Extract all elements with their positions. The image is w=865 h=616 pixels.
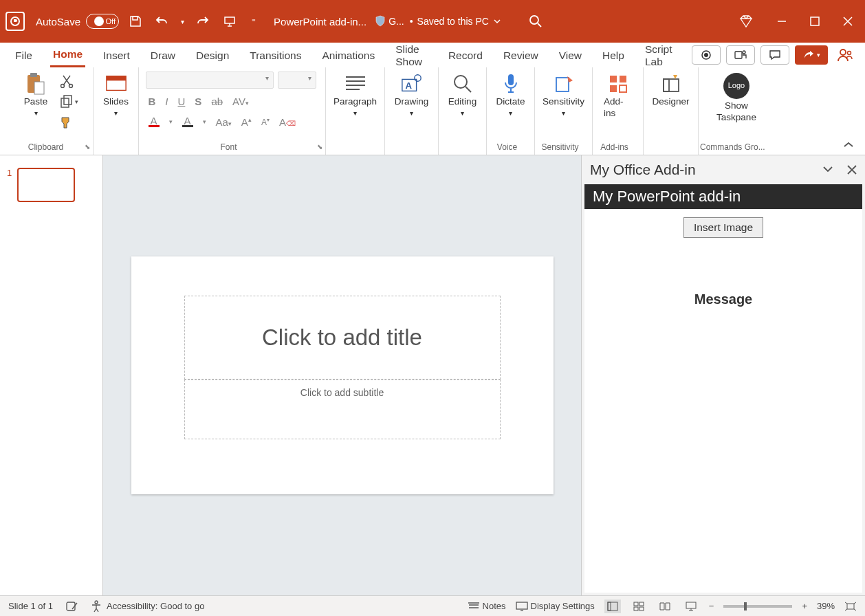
close-button[interactable]	[843, 16, 853, 26]
teams-button[interactable]	[726, 45, 755, 65]
tab-slideshow[interactable]: Slide Show	[393, 43, 430, 67]
maximize-button[interactable]	[810, 16, 820, 26]
cut-icon[interactable]	[60, 74, 78, 88]
tab-scriptlab[interactable]: Script Lab	[642, 43, 677, 67]
share-button[interactable]: ▾	[795, 45, 828, 65]
shield-icon	[375, 15, 386, 28]
normal-view-button[interactable]	[604, 600, 621, 613]
minimize-button[interactable]	[777, 16, 787, 26]
clear-formatting-button[interactable]: A⌫	[279, 116, 296, 128]
zoom-slider[interactable]	[723, 605, 792, 608]
tab-design[interactable]: Design	[193, 43, 232, 67]
change-case-button[interactable]: Aa▾	[216, 116, 232, 128]
notes-button[interactable]: Notes	[468, 601, 506, 611]
autosave-toggle[interactable]: AutoSave Off	[36, 14, 119, 29]
character-spacing-button[interactable]: AV▾	[232, 96, 249, 107]
fit-to-window-button[interactable]	[844, 602, 857, 611]
tab-draw[interactable]: Draw	[148, 43, 178, 67]
save-status[interactable]: • Saved to this PC	[410, 16, 501, 27]
sensitivity-button[interactable]: Sensitivity ▾	[538, 72, 589, 119]
qat-more-icon[interactable]: ⁼	[252, 17, 256, 26]
underline-button[interactable]: U	[178, 96, 186, 107]
grow-font-button[interactable]: A▴	[241, 116, 252, 128]
svg-rect-40	[639, 607, 644, 610]
addin-taskpane: My Office Add-in My PowerPoint add-in In…	[581, 155, 865, 595]
tab-view[interactable]: View	[556, 43, 584, 67]
save-icon[interactable]	[129, 14, 142, 28]
svg-text:A: A	[405, 80, 412, 91]
tab-review[interactable]: Review	[501, 43, 541, 67]
paragraph-button[interactable]: Paragraph ▾	[329, 72, 381, 119]
spell-check-icon[interactable]	[65, 601, 78, 612]
slide-thumbnail-1[interactable]	[17, 168, 75, 202]
clipboard-launcher-icon[interactable]: ⬊	[85, 143, 90, 151]
slide-sorter-view-button[interactable]	[631, 600, 647, 613]
present-icon[interactable]	[223, 14, 237, 28]
undo-icon[interactable]	[155, 14, 168, 28]
zoom-out-button[interactable]: −	[709, 601, 714, 611]
slide-canvas[interactable]: Click to add title Click to add subtitle	[131, 256, 554, 494]
zoom-level[interactable]: 39%	[817, 601, 835, 611]
reading-view-button[interactable]	[657, 600, 673, 613]
copy-icon[interactable]: ▾	[60, 95, 78, 109]
slides-button[interactable]: Slides ▾	[99, 72, 133, 119]
tab-file[interactable]: File	[12, 43, 35, 67]
search-icon[interactable]	[529, 14, 543, 28]
sensitivity-indicator[interactable]: G...	[375, 15, 404, 28]
tab-help[interactable]: Help	[600, 43, 627, 67]
editing-button[interactable]: Editing ▾	[444, 72, 481, 119]
slideshow-view-button[interactable]	[683, 600, 699, 613]
undo-dropdown-icon[interactable]: ▾	[181, 18, 184, 25]
addins-label: Add-ins	[604, 96, 632, 120]
slide-counter[interactable]: Slide 1 of 1	[8, 601, 53, 611]
title-placeholder[interactable]: Click to add title	[184, 296, 501, 380]
autosave-label: AutoSave	[36, 16, 80, 28]
comments-button[interactable]	[760, 45, 789, 65]
voice-group-label: Voice	[487, 142, 527, 152]
svg-rect-1	[133, 16, 138, 20]
drawing-button[interactable]: A Drawing ▾	[391, 72, 433, 119]
account-icon[interactable]	[837, 47, 853, 63]
paragraph-icon	[344, 73, 366, 95]
camera-button[interactable]	[692, 45, 721, 65]
format-painter-icon[interactable]	[60, 116, 78, 129]
highlight-button[interactable]: A	[182, 117, 193, 127]
diamond-icon[interactable]	[738, 14, 754, 29]
designer-button[interactable]: Designer	[648, 72, 693, 109]
svg-point-23	[455, 76, 467, 88]
tab-insert[interactable]: Insert	[100, 43, 133, 67]
slide-area[interactable]: Click to add title Click to add subtitle	[103, 155, 581, 595]
tab-transitions[interactable]: Transitions	[247, 43, 304, 67]
font-name-combo[interactable]: ▾	[146, 72, 274, 89]
font-launcher-icon[interactable]: ⬊	[317, 143, 322, 151]
taskpane-close-icon[interactable]	[847, 165, 857, 175]
subtitle-placeholder[interactable]: Click to add subtitle	[184, 380, 501, 439]
insert-image-button[interactable]: Insert Image	[683, 217, 763, 238]
tab-animations[interactable]: Animations	[319, 43, 377, 67]
bold-button[interactable]: B	[149, 96, 156, 107]
svg-rect-37	[634, 602, 638, 606]
font-size-combo[interactable]: ▾	[278, 72, 316, 89]
commands-group-label: Commands Gro...	[699, 142, 767, 152]
document-title[interactable]: PowerPoint add-in...	[274, 16, 366, 28]
redo-icon[interactable]	[197, 14, 210, 28]
show-taskpane-button[interactable]: Logo Show Taskpane	[712, 72, 760, 125]
shrink-font-button[interactable]: A▾	[261, 117, 270, 127]
taskpane-chevron-icon[interactable]	[822, 165, 833, 175]
thumbnail-pane[interactable]: 1	[0, 155, 103, 595]
designer-label: Designer	[652, 96, 689, 108]
display-settings-button[interactable]: Display Settings	[516, 601, 595, 611]
paste-button[interactable]: Paste ▾	[20, 72, 52, 119]
tab-record[interactable]: Record	[446, 43, 485, 67]
taskpane-title: My PowerPoint add-in	[584, 184, 862, 209]
font-color-button[interactable]: A	[149, 117, 160, 127]
zoom-in-button[interactable]: +	[802, 601, 807, 611]
dictate-button[interactable]: Dictate ▾	[492, 72, 529, 119]
strikethrough-button[interactable]: ab	[211, 96, 223, 107]
ribbon-collapse-icon[interactable]	[843, 141, 854, 149]
addins-button[interactable]: Add-ins	[600, 72, 636, 121]
accessibility-status[interactable]: Accessibility: Good to go	[90, 600, 204, 613]
italic-button[interactable]: I	[165, 96, 168, 107]
tab-home[interactable]: Home	[50, 43, 85, 67]
shadow-button[interactable]: S	[195, 96, 201, 107]
